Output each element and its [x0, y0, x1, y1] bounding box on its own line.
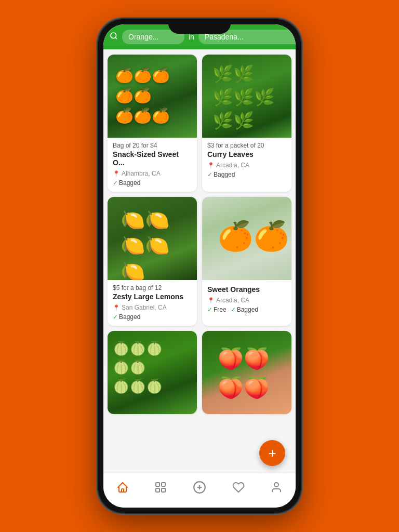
tag-label: Bagged: [119, 179, 140, 187]
screen: in Clear Bag of 20 for $4 Snack-Sized Sw…: [103, 24, 296, 508]
add-nav-icon: [193, 481, 206, 497]
product-price-curry-leaves: $3 for a packet of 20: [207, 142, 286, 149]
heart-icon: [232, 481, 245, 497]
product-image-curry-leaves: [202, 55, 291, 138]
product-price-lemons: $5 for a bag of 12: [113, 284, 192, 291]
product-card-peaches[interactable]: [202, 331, 291, 414]
product-image-peaches: [202, 331, 291, 414]
tag-label: Bagged: [119, 313, 140, 321]
product-card-curry-leaves[interactable]: $3 for a packet of 20 Curry Leaves 📍 Arc…: [202, 55, 291, 192]
product-card-lemons[interactable]: $5 for a bag of 12 Zesty Large Lemons 📍 …: [108, 197, 197, 326]
check-icon: ✓: [231, 306, 236, 313]
tag-bagged-sweet-oranges: ✓ Bagged: [231, 306, 258, 313]
product-info-curry-leaves: $3 for a packet of 20 Curry Leaves 📍 Arc…: [202, 138, 291, 183]
check-icon: ✓: [113, 179, 118, 187]
product-info-snack-oranges: Bag of 20 for $4 Snack-Sized Sweet O... …: [108, 138, 197, 192]
product-card-sweet-oranges[interactable]: Sweet Oranges 📍 Arcadia, CA ✓ Free ✓ Bag…: [202, 197, 291, 326]
svg-line-1: [115, 37, 117, 39]
nav-favorites[interactable]: [226, 479, 251, 499]
tag-bagged-snack-oranges: ✓ Bagged: [113, 179, 140, 187]
add-listing-fab[interactable]: +: [259, 440, 285, 466]
svg-point-0: [111, 33, 116, 38]
product-image-sweet-oranges: [202, 197, 291, 280]
tag-bagged-curry-leaves: ✓ Bagged: [207, 171, 235, 178]
search-in-label: in: [189, 33, 194, 41]
location-text-curry-leaves: Arcadia, CA: [216, 162, 249, 169]
tag-bagged-lemons: ✓ Bagged: [113, 313, 140, 321]
product-info-sweet-oranges: Sweet Oranges 📍 Arcadia, CA ✓ Free ✓ Bag…: [202, 280, 291, 318]
location-pin-icon: 📍: [113, 304, 120, 311]
location-pin-icon: 📍: [207, 297, 215, 304]
svg-rect-3: [162, 483, 165, 486]
product-image-lemons: [108, 197, 197, 280]
product-price-snack-oranges: Bag of 20 for $4: [113, 142, 192, 149]
product-card-limes[interactable]: [108, 331, 197, 414]
nav-home[interactable]: [110, 479, 135, 499]
svg-point-9: [274, 483, 278, 487]
location-text-lemons: San Gabriel, CA: [122, 304, 167, 311]
svg-rect-5: [162, 488, 165, 492]
product-info-lemons: $5 for a bag of 12 Zesty Large Lemons 📍 …: [108, 280, 197, 326]
product-name-curry-leaves: Curry Leaves: [207, 150, 286, 158]
nav-add[interactable]: [187, 478, 212, 499]
notch: [168, 19, 231, 34]
location-pin-icon: 📍: [207, 162, 215, 169]
product-image-limes: [108, 331, 197, 414]
tag-label: Bagged: [214, 171, 235, 178]
product-grid: Bag of 20 for $4 Snack-Sized Sweet O... …: [103, 49, 296, 473]
svg-rect-4: [156, 488, 159, 492]
product-location-sweet-oranges: 📍 Arcadia, CA: [207, 297, 286, 304]
nav-profile[interactable]: [264, 479, 289, 499]
product-location-snack-oranges: 📍 Alhambra, CA: [113, 170, 192, 177]
location-text-snack-oranges: Alhambra, CA: [122, 170, 161, 177]
product-tags-snack-oranges: ✓ Bagged: [113, 179, 192, 187]
product-location-curry-leaves: 📍 Arcadia, CA: [207, 162, 286, 169]
product-tags-lemons: ✓ Bagged: [113, 313, 192, 321]
svg-rect-2: [156, 483, 159, 486]
product-card-snack-oranges[interactable]: Bag of 20 for $4 Snack-Sized Sweet O... …: [108, 55, 197, 192]
home-icon: [116, 481, 129, 497]
check-icon: ✓: [207, 306, 212, 313]
product-tags-sweet-oranges: ✓ Free ✓ Bagged: [207, 306, 286, 313]
product-tags-curry-leaves: ✓ Bagged: [207, 171, 286, 178]
nav-browse[interactable]: [148, 479, 173, 499]
tag-label: Bagged: [237, 306, 258, 313]
phone-frame: in Clear Bag of 20 for $4 Snack-Sized Sw…: [98, 19, 301, 513]
product-location-lemons: 📍 San Gabriel, CA: [113, 304, 192, 311]
product-name-sweet-oranges: Sweet Oranges: [207, 285, 286, 294]
tag-label: Free: [214, 306, 227, 313]
tag-free-sweet-oranges: ✓ Free: [207, 306, 227, 313]
check-icon: ✓: [113, 313, 118, 321]
location-pin-icon: 📍: [113, 170, 120, 177]
profile-icon: [270, 481, 283, 497]
bottom-nav: [103, 473, 296, 508]
location-text-sweet-oranges: Arcadia, CA: [216, 297, 249, 304]
check-icon: ✓: [207, 171, 212, 178]
product-image-snack-oranges: [108, 55, 197, 138]
product-name-snack-oranges: Snack-Sized Sweet O...: [113, 150, 192, 167]
search-icon: [110, 32, 118, 42]
browse-icon: [154, 481, 167, 497]
product-name-lemons: Zesty Large Lemons: [113, 292, 192, 301]
